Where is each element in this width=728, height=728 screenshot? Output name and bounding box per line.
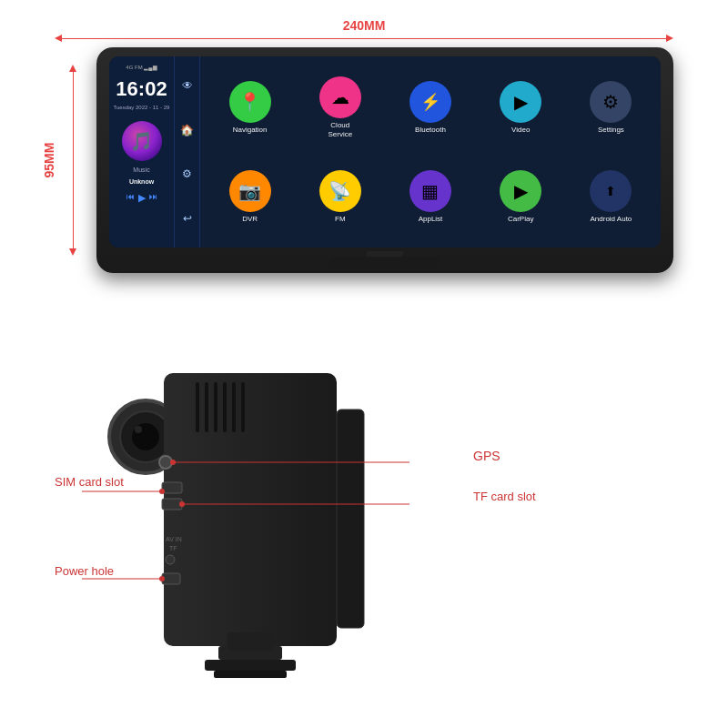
device-screen: 4G FM ▂▄▆ 16:02 Tuesday 2022 - 11 - 29 🎵… [109, 56, 661, 248]
gps-label-container: GPS [473, 448, 500, 464]
tf-dot [179, 501, 185, 507]
prev-button[interactable]: ⏮ [126, 192, 135, 204]
sim-dot [159, 489, 165, 494]
date-display: Tuesday 2022 - 11 - 29 [114, 105, 170, 112]
fm-icon-bg: 📡 [319, 170, 361, 212]
arrow-down [69, 248, 76, 256]
play-button[interactable]: ▶ [138, 192, 146, 204]
settings-icon-bg: ⚙ [590, 81, 632, 123]
vent2 [205, 382, 208, 432]
sidebar-home-icon[interactable]: 🏠 [180, 124, 194, 136]
android-icon-bg: ⬆ [590, 170, 632, 212]
applist-icon-bg: ▦ [410, 170, 451, 212]
device-display: 4G FM ▂▄▆ 16:02 Tuesday 2022 - 11 - 29 🎵… [96, 47, 673, 273]
tf-card-label: TF card slot [473, 490, 536, 503]
power-hole-label: Power hole [55, 564, 114, 578]
app-bluetooth[interactable]: ⚡ Bluetooth [388, 66, 472, 149]
vent5 [232, 382, 236, 432]
status-bar: 4G FM ▂▄▆ [109, 62, 174, 72]
carplay-icon-bg: ▶ [500, 170, 541, 212]
screen-info-panel: 4G FM ▂▄▆ 16:02 Tuesday 2022 - 11 - 29 🎵… [109, 56, 175, 248]
app-navigation[interactable]: 📍 Navigation [207, 66, 292, 149]
navigation-icon-bg: 📍 [229, 81, 271, 123]
stand-base [330, 257, 440, 264]
android-label: Android Auto [590, 215, 632, 224]
top-section: 240MM 95MM 4G FM ▂▄▆ 16:02 [55, 18, 673, 328]
vent6 [241, 382, 245, 432]
vent3 [214, 382, 217, 432]
arrow-left [55, 35, 62, 42]
power-label-container: Power hole [55, 562, 114, 579]
height-dimension: 95MM [55, 65, 91, 256]
side-view-diagram: AV IN TF GPS [55, 364, 673, 710]
sim-card-label: SIM card slot [55, 475, 124, 489]
av-port [166, 555, 175, 564]
navigation-label: Navigation [233, 126, 268, 135]
bluetooth-label: Bluetooth [415, 126, 446, 135]
album-art: 🎵 [122, 121, 162, 161]
video-label: Video [511, 126, 530, 135]
width-label: 240MM [343, 18, 386, 33]
app-applist[interactable]: ▦ AppList [388, 155, 472, 238]
applist-label: AppList [419, 215, 443, 224]
power-dot [159, 576, 165, 581]
device-body-rect [164, 373, 337, 646]
carplay-label: CarPlay [508, 215, 533, 224]
arrow-right [666, 35, 673, 42]
camera-reflection [135, 426, 142, 433]
dvr-icon-bg: 📷 [229, 170, 271, 212]
app-fm[interactable]: 📡 FM [298, 155, 382, 238]
sidebar-settings-icon[interactable]: ⚙ [182, 167, 192, 180]
bluetooth-icon-bg: ⚡ [410, 81, 451, 123]
app-settings[interactable]: ⚙ Settings [569, 66, 653, 149]
vent1 [196, 382, 199, 432]
sidebar-eye-icon[interactable]: 👁 [182, 79, 193, 92]
sim-label-container: SIM card slot [55, 473, 124, 490]
stand-foot [205, 660, 296, 671]
tf-label: TF [169, 545, 177, 551]
width-dimension: 240MM [55, 18, 673, 46]
arrow-line [62, 38, 666, 39]
device-side-svg: AV IN TF [55, 364, 673, 701]
cloud-label: CloudService [328, 121, 352, 138]
video-icon-bg: ▶ [500, 81, 541, 123]
next-button[interactable]: ⏭ [149, 192, 157, 204]
right-piece [337, 410, 364, 628]
gps-dot [170, 460, 176, 465]
tf-port [162, 499, 182, 510]
app-carplay[interactable]: ▶ CarPlay [479, 155, 563, 238]
arrow-up [69, 65, 76, 72]
stand-base [214, 671, 287, 678]
music-label: Music [133, 167, 149, 173]
music-title: Unknow [129, 178, 154, 185]
usb-port-1 [162, 482, 182, 493]
app-android-auto[interactable]: ⬆ Android Auto [569, 155, 653, 238]
width-arrows [55, 35, 673, 42]
v-line [73, 72, 74, 248]
app-cloud-service[interactable]: ☁ CloudService [298, 66, 382, 149]
bottom-section: AV IN TF GPS [55, 364, 673, 710]
screen-sidebar: 👁 🏠 ⚙ ↩ [175, 56, 200, 248]
sidebar-back-icon[interactable]: ↩ [183, 212, 192, 225]
stand-neck [228, 632, 273, 651]
dvr-label: DVR [242, 215, 258, 224]
tf-label-container: TF card slot [473, 488, 536, 504]
app-grid: 📍 Navigation ☁ CloudService ⚡ Bluetooth … [200, 56, 661, 248]
music-controls[interactable]: ⏮ ▶ ⏭ [126, 192, 157, 204]
cloud-icon-bg: ☁ [319, 76, 361, 118]
app-dvr[interactable]: 📷 DVR [207, 155, 292, 238]
gps-label: GPS [473, 449, 500, 463]
time-display: 16:02 [116, 79, 167, 99]
av-label: AV IN [166, 536, 182, 542]
settings-label: Settings [598, 126, 624, 135]
device-row: 95MM 4G FM ▂▄▆ 16:02 Tuesday 2022 - 11 -… [55, 47, 673, 273]
device-stand [109, 251, 661, 264]
height-label: 95MM [42, 143, 56, 178]
gps-port [159, 456, 172, 469]
vent4 [223, 382, 227, 432]
app-video[interactable]: ▶ Video [479, 66, 563, 149]
fm-label: FM [335, 215, 346, 224]
